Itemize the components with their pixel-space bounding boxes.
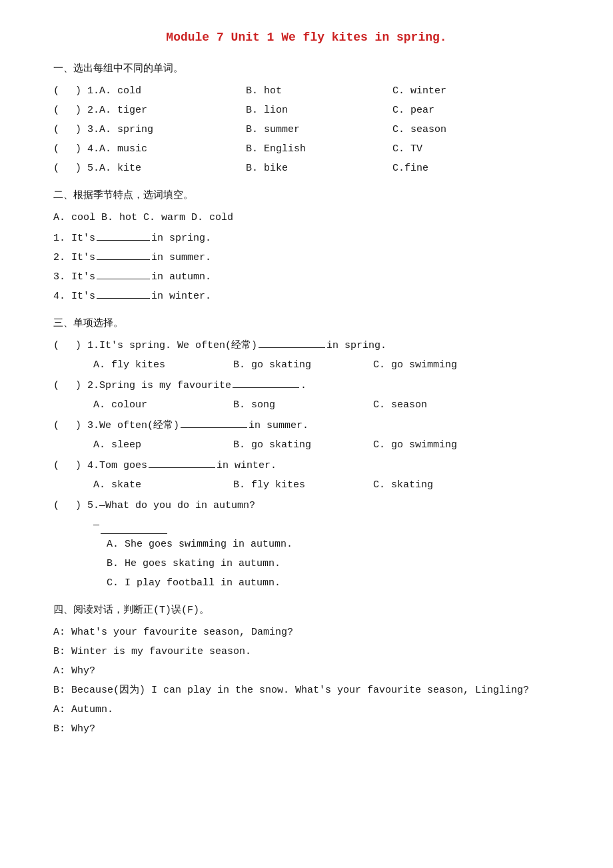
section4-header: 四、阅读对话，判断正(T)误(F)。 [53,601,560,619]
blank-s3-4 [149,467,215,468]
list-item: 4. It's in winter. [53,287,560,305]
blank-s3-2 [233,387,299,388]
list-item: A: Why? [53,662,560,680]
section2-questions: 1. It's in spring. 2. It's in summer. 3.… [53,229,560,305]
section2-header: 二、根据季节特点，选词填空。 [53,187,560,205]
q5-b: B. bike [246,159,392,177]
section3-header: 三、单项选择。 [53,315,560,333]
q2-num: ( ) 2. [53,101,99,119]
q4-c: C. TV [392,140,512,158]
table-row: ( ) 2. A. tiger B. lion C. pear [53,101,560,119]
mc-item: ( ) 4. Tom goes in winter. [53,457,560,475]
page-title: Module 7 Unit 1 We fly kites in spring. [53,27,560,48]
mc-item: ( ) 2. Spring is my favourite . [53,377,560,395]
blank-s3-1 [259,347,325,348]
section1-header: 一、选出每组中不同的单词。 [53,60,560,78]
q4-b: B. English [246,140,392,158]
list-item: B: Why? [53,720,560,738]
list-item: A: What's your favourite season, Daming? [53,623,560,641]
q3-b: B. summer [246,121,392,139]
mc-item: ( ) 5. —What do you do in autumn? [53,497,560,515]
table-row: ( ) 1. A. cold B. hot C. winter [53,82,560,100]
list-item: 1. It's in spring. [53,229,560,247]
blank-s3-3 [181,427,247,428]
section3-questions: ( ) 1. It's spring. We often(经常)in sprin… [53,337,560,592]
q1-num: ( ) 1. [53,82,99,100]
sub-answer: — [93,516,560,534]
section2-options: A. cool B. hot C. warm D. cold [53,209,560,227]
mc-item: ( ) 1. It's spring. We often(经常)in sprin… [53,337,560,355]
section1-questions: ( ) 1. A. cold B. hot C. winter ( ) 2. A… [53,82,560,177]
mc-options-1: A. fly kites B. go skating C. go swimmin… [93,356,560,374]
table-row: ( ) 5. A. kite B. bike C.fine [53,159,560,177]
mc-option-5a: A. She goes swimming in autumn. [107,535,560,553]
blank-s2-1 [97,240,150,241]
q2-a: A. tiger [99,101,246,119]
q4-num: ( ) 4. [53,140,99,158]
blank-s2-4 [97,298,150,299]
list-item: 3. It's in autumn. [53,268,560,286]
list-item: B: Winter is my favourite season. [53,643,560,661]
list-item: B: Because(因为) I can play in the snow. W… [53,681,560,699]
blank-s3-5 [101,533,167,534]
mc-item: ( ) 3. We often(经常) in summer. [53,417,560,435]
mc-option-5c: C. I play football in autumn. [107,574,560,592]
q5-c: C.fine [392,159,512,177]
list-item: A: Autumn. [53,701,560,719]
list-item: 2. It's in summer. [53,249,560,267]
q3-a: A. spring [99,121,246,139]
mc-options-3: A. sleep B. go skating C. go swimming [93,436,560,454]
q1-c: C. winter [392,82,512,100]
q5-a: A. kite [99,159,246,177]
blank-s2-2 [97,259,150,260]
section4-dialogue: A: What's your favourite season, Daming?… [53,623,560,738]
q3-c: C. season [392,121,512,139]
q2-c: C. pear [392,101,512,119]
q1-b: B. hot [246,82,392,100]
q4-a: A. music [99,140,246,158]
table-row: ( ) 4. A. music B. English C. TV [53,140,560,158]
q3-num: ( ) 3. [53,121,99,139]
q1-a: A. cold [99,82,246,100]
table-row: ( ) 3. A. spring B. summer C. season [53,121,560,139]
mc-options-2: A. colour B. song C. season [93,396,560,414]
q5-num: ( ) 5. [53,159,99,177]
mc-options-4: A. skate B. fly kites C. skating [93,476,560,494]
q2-b: B. lion [246,101,392,119]
blank-s2-3 [97,279,150,279]
mc-option-5b: B. He goes skating in autumn. [107,555,560,573]
